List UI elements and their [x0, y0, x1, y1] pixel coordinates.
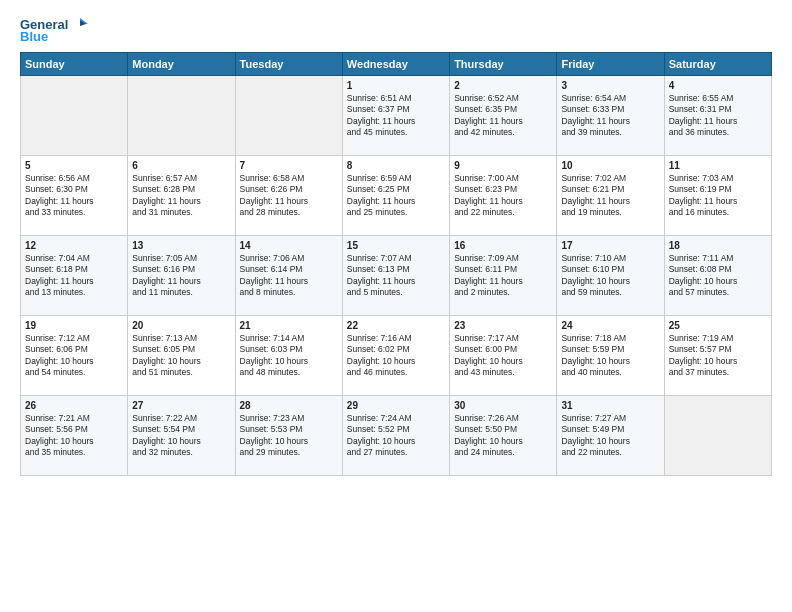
calendar-cell: 21Sunrise: 7:14 AM Sunset: 6:03 PM Dayli… — [235, 316, 342, 396]
calendar-cell: 31Sunrise: 7:27 AM Sunset: 5:49 PM Dayli… — [557, 396, 664, 476]
day-number: 12 — [25, 240, 123, 251]
day-info: Sunrise: 7:27 AM Sunset: 5:49 PM Dayligh… — [561, 413, 659, 459]
day-info: Sunrise: 7:22 AM Sunset: 5:54 PM Dayligh… — [132, 413, 230, 459]
calendar-cell: 15Sunrise: 7:07 AM Sunset: 6:13 PM Dayli… — [342, 236, 449, 316]
day-info: Sunrise: 6:54 AM Sunset: 6:33 PM Dayligh… — [561, 93, 659, 139]
day-number: 27 — [132, 400, 230, 411]
calendar-cell: 6Sunrise: 6:57 AM Sunset: 6:28 PM Daylig… — [128, 156, 235, 236]
day-info: Sunrise: 6:51 AM Sunset: 6:37 PM Dayligh… — [347, 93, 445, 139]
logo: General Blue — [20, 16, 88, 44]
calendar-cell: 20Sunrise: 7:13 AM Sunset: 6:05 PM Dayli… — [128, 316, 235, 396]
calendar-cell: 27Sunrise: 7:22 AM Sunset: 5:54 PM Dayli… — [128, 396, 235, 476]
day-info: Sunrise: 7:26 AM Sunset: 5:50 PM Dayligh… — [454, 413, 552, 459]
calendar-cell: 11Sunrise: 7:03 AM Sunset: 6:19 PM Dayli… — [664, 156, 771, 236]
day-number: 22 — [347, 320, 445, 331]
day-number: 23 — [454, 320, 552, 331]
day-info: Sunrise: 7:10 AM Sunset: 6:10 PM Dayligh… — [561, 253, 659, 299]
day-info: Sunrise: 7:00 AM Sunset: 6:23 PM Dayligh… — [454, 173, 552, 219]
day-info: Sunrise: 7:09 AM Sunset: 6:11 PM Dayligh… — [454, 253, 552, 299]
day-info: Sunrise: 6:56 AM Sunset: 6:30 PM Dayligh… — [25, 173, 123, 219]
day-number: 25 — [669, 320, 767, 331]
calendar-cell: 26Sunrise: 7:21 AM Sunset: 5:56 PM Dayli… — [21, 396, 128, 476]
calendar-cell: 9Sunrise: 7:00 AM Sunset: 6:23 PM Daylig… — [450, 156, 557, 236]
calendar-cell: 17Sunrise: 7:10 AM Sunset: 6:10 PM Dayli… — [557, 236, 664, 316]
day-number: 26 — [25, 400, 123, 411]
col-header-thursday: Thursday — [450, 53, 557, 76]
calendar-cell: 4Sunrise: 6:55 AM Sunset: 6:31 PM Daylig… — [664, 76, 771, 156]
day-info: Sunrise: 6:55 AM Sunset: 6:31 PM Dayligh… — [669, 93, 767, 139]
day-info: Sunrise: 7:19 AM Sunset: 5:57 PM Dayligh… — [669, 333, 767, 379]
day-number: 24 — [561, 320, 659, 331]
day-info: Sunrise: 7:18 AM Sunset: 5:59 PM Dayligh… — [561, 333, 659, 379]
calendar-cell: 7Sunrise: 6:58 AM Sunset: 6:26 PM Daylig… — [235, 156, 342, 236]
day-number: 18 — [669, 240, 767, 251]
day-info: Sunrise: 7:23 AM Sunset: 5:53 PM Dayligh… — [240, 413, 338, 459]
calendar-cell: 24Sunrise: 7:18 AM Sunset: 5:59 PM Dayli… — [557, 316, 664, 396]
day-info: Sunrise: 6:59 AM Sunset: 6:25 PM Dayligh… — [347, 173, 445, 219]
calendar-cell: 8Sunrise: 6:59 AM Sunset: 6:25 PM Daylig… — [342, 156, 449, 236]
day-number: 4 — [669, 80, 767, 91]
calendar-cell: 25Sunrise: 7:19 AM Sunset: 5:57 PM Dayli… — [664, 316, 771, 396]
calendar-cell: 10Sunrise: 7:02 AM Sunset: 6:21 PM Dayli… — [557, 156, 664, 236]
day-number: 11 — [669, 160, 767, 171]
day-number: 3 — [561, 80, 659, 91]
calendar-cell: 5Sunrise: 6:56 AM Sunset: 6:30 PM Daylig… — [21, 156, 128, 236]
col-header-monday: Monday — [128, 53, 235, 76]
day-info: Sunrise: 7:05 AM Sunset: 6:16 PM Dayligh… — [132, 253, 230, 299]
day-number: 17 — [561, 240, 659, 251]
calendar-cell: 16Sunrise: 7:09 AM Sunset: 6:11 PM Dayli… — [450, 236, 557, 316]
day-info: Sunrise: 7:02 AM Sunset: 6:21 PM Dayligh… — [561, 173, 659, 219]
calendar-cell: 14Sunrise: 7:06 AM Sunset: 6:14 PM Dayli… — [235, 236, 342, 316]
calendar-cell: 19Sunrise: 7:12 AM Sunset: 6:06 PM Dayli… — [21, 316, 128, 396]
col-header-wednesday: Wednesday — [342, 53, 449, 76]
day-info: Sunrise: 6:52 AM Sunset: 6:35 PM Dayligh… — [454, 93, 552, 139]
calendar-cell: 23Sunrise: 7:17 AM Sunset: 6:00 PM Dayli… — [450, 316, 557, 396]
day-number: 28 — [240, 400, 338, 411]
col-header-tuesday: Tuesday — [235, 53, 342, 76]
day-number: 29 — [347, 400, 445, 411]
day-info: Sunrise: 7:04 AM Sunset: 6:18 PM Dayligh… — [25, 253, 123, 299]
day-number: 9 — [454, 160, 552, 171]
day-info: Sunrise: 7:06 AM Sunset: 6:14 PM Dayligh… — [240, 253, 338, 299]
day-info: Sunrise: 7:11 AM Sunset: 6:08 PM Dayligh… — [669, 253, 767, 299]
day-info: Sunrise: 7:07 AM Sunset: 6:13 PM Dayligh… — [347, 253, 445, 299]
calendar-cell — [664, 396, 771, 476]
day-number: 7 — [240, 160, 338, 171]
day-info: Sunrise: 7:13 AM Sunset: 6:05 PM Dayligh… — [132, 333, 230, 379]
calendar-cell: 30Sunrise: 7:26 AM Sunset: 5:50 PM Dayli… — [450, 396, 557, 476]
calendar-cell: 22Sunrise: 7:16 AM Sunset: 6:02 PM Dayli… — [342, 316, 449, 396]
day-number: 15 — [347, 240, 445, 251]
day-number: 16 — [454, 240, 552, 251]
day-number: 10 — [561, 160, 659, 171]
day-number: 6 — [132, 160, 230, 171]
calendar-table: SundayMondayTuesdayWednesdayThursdayFrid… — [20, 52, 772, 476]
day-number: 1 — [347, 80, 445, 91]
calendar-cell — [235, 76, 342, 156]
calendar-cell — [128, 76, 235, 156]
day-number: 21 — [240, 320, 338, 331]
col-header-friday: Friday — [557, 53, 664, 76]
col-header-saturday: Saturday — [664, 53, 771, 76]
day-number: 5 — [25, 160, 123, 171]
day-info: Sunrise: 7:24 AM Sunset: 5:52 PM Dayligh… — [347, 413, 445, 459]
day-info: Sunrise: 7:21 AM Sunset: 5:56 PM Dayligh… — [25, 413, 123, 459]
day-number: 19 — [25, 320, 123, 331]
calendar-cell: 13Sunrise: 7:05 AM Sunset: 6:16 PM Dayli… — [128, 236, 235, 316]
col-header-sunday: Sunday — [21, 53, 128, 76]
calendar-cell: 29Sunrise: 7:24 AM Sunset: 5:52 PM Dayli… — [342, 396, 449, 476]
day-info: Sunrise: 7:14 AM Sunset: 6:03 PM Dayligh… — [240, 333, 338, 379]
calendar-cell: 1Sunrise: 6:51 AM Sunset: 6:37 PM Daylig… — [342, 76, 449, 156]
day-info: Sunrise: 7:12 AM Sunset: 6:06 PM Dayligh… — [25, 333, 123, 379]
day-info: Sunrise: 7:03 AM Sunset: 6:19 PM Dayligh… — [669, 173, 767, 219]
day-info: Sunrise: 6:58 AM Sunset: 6:26 PM Dayligh… — [240, 173, 338, 219]
day-number: 8 — [347, 160, 445, 171]
calendar-cell: 2Sunrise: 6:52 AM Sunset: 6:35 PM Daylig… — [450, 76, 557, 156]
calendar-cell: 3Sunrise: 6:54 AM Sunset: 6:33 PM Daylig… — [557, 76, 664, 156]
day-number: 31 — [561, 400, 659, 411]
logo-blue: Blue — [20, 29, 48, 44]
calendar-cell: 28Sunrise: 7:23 AM Sunset: 5:53 PM Dayli… — [235, 396, 342, 476]
calendar-cell: 18Sunrise: 7:11 AM Sunset: 6:08 PM Dayli… — [664, 236, 771, 316]
day-number: 30 — [454, 400, 552, 411]
day-number: 2 — [454, 80, 552, 91]
logo-bird-icon — [70, 16, 88, 32]
